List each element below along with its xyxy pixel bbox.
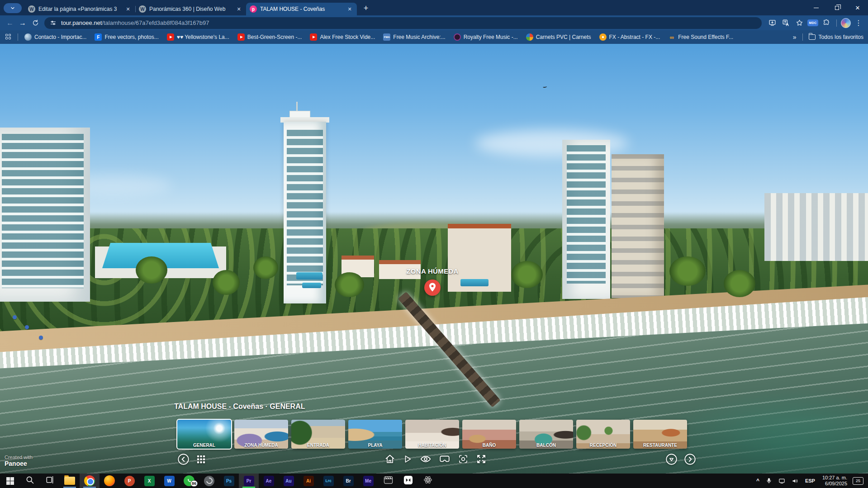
bookmark-item-4[interactable]: Best-Green-Screen -... xyxy=(237,33,302,41)
thumbnail-recepcion[interactable]: RECEPCIÓN xyxy=(576,420,630,449)
minimize-button[interactable] xyxy=(806,0,826,15)
site-settings-icon[interactable] xyxy=(50,19,57,26)
hotspot-zona-humeda[interactable]: ZONA HÚMEDA xyxy=(401,267,464,298)
taskbar-grey-utility-app[interactable] xyxy=(418,474,438,488)
autorotate-eye-button[interactable] xyxy=(420,453,432,465)
taskbar-capcut[interactable] xyxy=(398,474,418,488)
tab-strip: WEditar la página «Panorámicas 3✕WPanorá… xyxy=(0,0,868,15)
taskbar-media-encoder[interactable]: Me xyxy=(358,474,378,488)
hidden-icons-button[interactable]: ^ xyxy=(753,474,763,488)
taskbar-obs-studio[interactable] xyxy=(199,474,219,488)
thumbnail-zona[interactable]: ZONA HÚMEDA xyxy=(234,420,288,449)
taskbar-whatsapp[interactable]: 86 xyxy=(179,474,199,488)
bookmark-label: Free Sound Effects F... xyxy=(678,34,733,40)
taskbar-premiere-pro[interactable]: Pr xyxy=(239,474,259,488)
taskbar-firefox[interactable] xyxy=(100,474,119,488)
clock[interactable]: 10:27 a. m. 6/09/2025 xyxy=(819,475,851,487)
vr-mode-button[interactable] xyxy=(439,453,451,465)
tab-close-button[interactable]: ✕ xyxy=(346,5,353,13)
tab-close-button[interactable]: ✕ xyxy=(235,5,242,13)
screenshot-button[interactable] xyxy=(458,454,469,464)
bookmark-item-7[interactable]: Royalty Free Music -... xyxy=(454,33,518,41)
panorama-viewport[interactable]: ZONA HÚMEDA TALAM HOUSE - Coveñas · GENE… xyxy=(0,44,868,474)
taskbar-bridge[interactable]: Br xyxy=(338,474,358,488)
thumbnail-playa[interactable]: PLAYA xyxy=(348,420,402,449)
taskbar-word[interactable]: W xyxy=(159,474,179,488)
scene-grid-button[interactable] xyxy=(196,454,206,464)
microphone-tray-icon[interactable] xyxy=(763,474,775,488)
taskbar-file-explorer[interactable] xyxy=(60,474,80,488)
tab-close-button[interactable]: ✕ xyxy=(124,5,132,13)
mdc-extension-button[interactable]: MDC xyxy=(807,17,819,29)
panoee-favicon-icon: p xyxy=(250,5,257,13)
location-pin-icon[interactable] xyxy=(423,279,441,297)
network-tray-icon[interactable] xyxy=(775,474,788,488)
next-scene-button[interactable] xyxy=(684,453,696,465)
tab-search-button[interactable] xyxy=(4,3,22,13)
bookmark-item-9[interactable]: FX - Abstract - FX -... xyxy=(599,33,660,41)
taskbar-after-effects[interactable]: Ae xyxy=(259,474,279,488)
notification-center-button[interactable]: 25 xyxy=(853,477,863,485)
home-button[interactable] xyxy=(384,454,395,464)
taskbar-illustrator[interactable]: Ai xyxy=(299,474,318,488)
bookmark-item-2[interactable]: FFree vectors, photos... xyxy=(95,33,158,41)
thumbnail-entrada[interactable]: ENTRADA xyxy=(291,420,345,449)
bookmark-label: FX - Abstract - FX -... xyxy=(609,34,660,40)
install-app-button[interactable] xyxy=(766,17,778,29)
taskbar-lightroom-classic[interactable]: Lrc xyxy=(318,474,338,488)
thumbnail-general[interactable]: GENERAL xyxy=(177,420,231,449)
autoplay-button[interactable] xyxy=(403,454,413,464)
thumbnail-habitacion[interactable]: HABITACIÓN xyxy=(405,420,459,449)
bookmarks-overflow-button[interactable]: » xyxy=(793,33,797,41)
bookmark-label: Best-Green-Screen -... xyxy=(247,34,302,40)
bookmark-item-10[interactable]: ∞Free Sound Effects F... xyxy=(668,33,733,41)
panoee-credit-link[interactable]: Created with Panoee xyxy=(5,455,33,467)
forward-button[interactable]: → xyxy=(16,17,29,29)
browser-tab-2[interactable]: WPanorámicas 360 | Diseño Web✕ xyxy=(135,3,246,15)
bookmark-item-8[interactable]: Carnets PVC | Carnets xyxy=(526,33,591,41)
flower-favicon-icon xyxy=(599,33,607,41)
reload-button[interactable] xyxy=(29,17,42,29)
apps-grid-icon[interactable] xyxy=(5,34,12,40)
taskbar-start-button[interactable] xyxy=(0,474,20,488)
restore-button[interactable] xyxy=(826,0,847,15)
url-text[interactable]: tour.panoee.net/talamhouse/67a7efd3ab8f0… xyxy=(61,19,209,26)
bookmark-item-1[interactable]: Contacto - Importac... xyxy=(24,33,86,41)
thumbnail-balcon[interactable]: BALCÓN xyxy=(519,420,573,449)
taskbar-excel[interactable]: X xyxy=(139,474,159,488)
building-left-tower xyxy=(0,128,90,302)
share-menu-button[interactable] xyxy=(665,453,678,465)
new-tab-button[interactable]: + xyxy=(360,2,372,14)
building-right-tower xyxy=(562,140,610,299)
taskbar-video-editor-app[interactable] xyxy=(378,474,398,488)
close-button[interactable]: ✕ xyxy=(847,0,868,15)
taskbar-taskbar-search-button[interactable] xyxy=(20,474,40,488)
bookmark-star-button[interactable] xyxy=(793,17,805,29)
freepik-favicon-icon: F xyxy=(95,33,102,41)
taskbar-task-view-button[interactable] xyxy=(40,474,60,488)
browser-tab-3[interactable]: pTALAM HOUSE - Coveñas✕ xyxy=(246,3,357,15)
taskbar-photoshop[interactable]: Ps xyxy=(219,474,239,488)
bookmark-item-3[interactable]: ♥♥ Yellowstone's La... xyxy=(167,33,229,41)
taskbar-powerpoint[interactable]: P xyxy=(119,474,139,488)
fullscreen-button[interactable] xyxy=(476,454,487,464)
language-indicator[interactable]: ESP xyxy=(802,478,819,483)
browser-tab-1[interactable]: WEditar la página «Panorámicas 3✕ xyxy=(24,3,135,15)
word-icon: W xyxy=(164,476,175,486)
volume-tray-icon[interactable] xyxy=(788,474,802,488)
extensions-button[interactable] xyxy=(821,17,832,29)
thumbnail-bano[interactable]: BAÑO xyxy=(462,420,516,449)
bookmark-item-5[interactable]: Alex Free Stock Vide... xyxy=(310,33,375,41)
back-button[interactable]: ← xyxy=(4,17,16,29)
folder-icon xyxy=(809,34,816,40)
bookmark-item-6[interactable]: FMAFree Music Archive:... xyxy=(383,33,445,41)
address-bar[interactable]: tour.panoee.net/talamhouse/67a7efd3ab8f0… xyxy=(44,17,762,29)
profile-avatar[interactable] xyxy=(841,18,851,28)
taskbar-chrome[interactable] xyxy=(80,474,100,488)
browser-menu-button[interactable]: ⋮ xyxy=(853,17,864,29)
thumbnail-restaurante[interactable]: RESTAURANTE xyxy=(633,420,687,449)
all-bookmarks-button[interactable]: Todos los favoritos xyxy=(809,34,863,40)
translate-button[interactable] xyxy=(780,17,792,29)
carousel-collapse-button[interactable] xyxy=(177,453,190,465)
taskbar-audition[interactable]: Au xyxy=(279,474,299,488)
